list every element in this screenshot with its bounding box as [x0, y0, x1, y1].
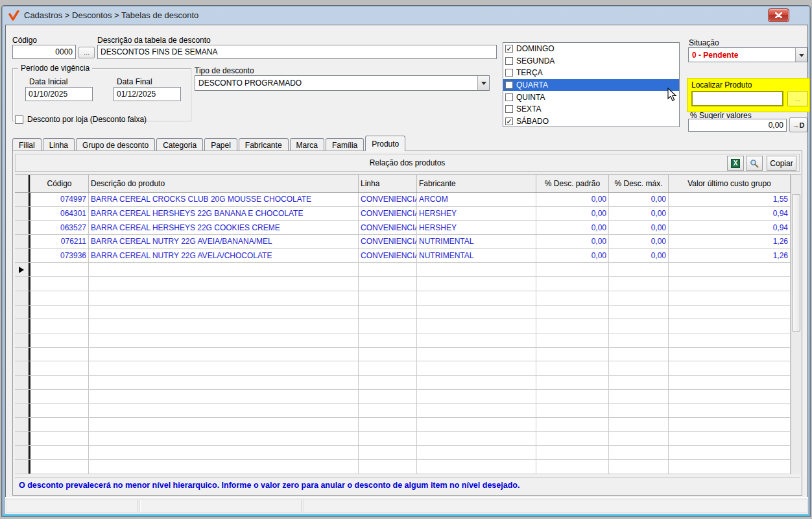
- tab-linha[interactable]: Linha: [43, 138, 75, 151]
- cell-fabricante[interactable]: NUTRIMENTAL: [417, 235, 536, 248]
- scrollbar-thumb[interactable]: [792, 194, 800, 332]
- apply-values-button[interactable]: →D: [789, 117, 807, 132]
- tab-família[interactable]: Família: [326, 138, 364, 151]
- grid-row-12[interactable]: [15, 348, 791, 362]
- cell-desc-padrao[interactable]: [536, 390, 609, 404]
- cell-descricao[interactable]: BARRA CEREAL NUTRY 22G AVEIA/BANANA/MEL: [89, 235, 359, 248]
- cell-desc-padrao[interactable]: [536, 432, 609, 446]
- cell-codigo[interactable]: [30, 277, 89, 291]
- desconto-por-loja-box[interactable]: [15, 115, 23, 124]
- localizar-produto-browse-button[interactable]: ...: [787, 91, 808, 106]
- cell-fabricante[interactable]: [417, 319, 536, 333]
- weekday-option-segunda[interactable]: SEGUNDA: [503, 55, 679, 67]
- col-header-linha[interactable]: Linha: [359, 175, 417, 192]
- data-final-input[interactable]: 01/12/2025: [113, 87, 181, 101]
- cell-descricao[interactable]: [89, 390, 359, 404]
- cell-fabricante[interactable]: [417, 348, 536, 361]
- cell-descricao[interactable]: [89, 291, 359, 305]
- weekday-checkbox[interactable]: [505, 57, 513, 65]
- weekday-option-quinta[interactable]: QUINTA: [503, 91, 679, 103]
- cell-descricao[interactable]: BARRA CEREAL HERSHEYS 22G BANANA E CHOCO…: [89, 207, 359, 221]
- grid-row-13[interactable]: [15, 361, 791, 376]
- cell-descricao[interactable]: [89, 348, 359, 361]
- cell-fabricante[interactable]: [417, 460, 536, 474]
- cell-fabricante[interactable]: HERSHEY: [417, 207, 536, 221]
- cell-linha[interactable]: [359, 404, 417, 417]
- cell-linha[interactable]: [359, 291, 417, 305]
- cell-fabricante[interactable]: NUTRIMENTAL: [417, 249, 536, 263]
- weekday-checkbox[interactable]: [505, 69, 513, 77]
- cell-linha[interactable]: [359, 361, 417, 375]
- cell-valor[interactable]: 1,26: [669, 235, 791, 248]
- weekday-checkbox[interactable]: ✓: [505, 117, 513, 125]
- descricao-input[interactable]: DESCONTOS FINS DE SEMANA: [97, 45, 497, 59]
- cell-valor[interactable]: [669, 446, 791, 459]
- cell-codigo[interactable]: [30, 390, 89, 404]
- cell-fabricante[interactable]: [417, 376, 536, 389]
- cell-desc-max[interactable]: [609, 263, 669, 276]
- col-header-valor[interactable]: Valor último custo grupo: [669, 175, 791, 192]
- cell-valor[interactable]: 1,26: [669, 249, 791, 263]
- cell-desc-max[interactable]: [609, 291, 669, 305]
- cell-codigo[interactable]: [30, 376, 89, 389]
- grid-row-3[interactable]: 063527BARRA CEREAL HERSHEYS 22G COOKIES …: [15, 221, 791, 235]
- weekday-listbox[interactable]: ✓ DOMINGO SEGUNDA TERÇA QUARTA QUINTA SE…: [503, 42, 680, 127]
- grid-row-19[interactable]: [15, 446, 791, 460]
- cell-valor[interactable]: [669, 361, 791, 375]
- grid-row-11[interactable]: [15, 333, 791, 348]
- cell-descricao[interactable]: BARRA CEREAL CROCKS CLUB 20G MOUSSE CHOC…: [89, 193, 359, 206]
- col-header-descricao[interactable]: Descrição do produto: [89, 175, 359, 192]
- cell-desc-max[interactable]: [609, 319, 669, 333]
- cell-codigo[interactable]: [30, 404, 89, 417]
- tab-categoria[interactable]: Categoria: [156, 138, 203, 151]
- cell-valor[interactable]: 0,94: [669, 207, 791, 221]
- cell-fabricante[interactable]: [417, 418, 536, 431]
- col-header-desc-padrao[interactable]: % Desc. padrão: [536, 175, 609, 192]
- cell-linha[interactable]: [359, 306, 417, 319]
- cell-valor[interactable]: [669, 404, 791, 417]
- cell-desc-padrao[interactable]: [536, 333, 609, 347]
- cell-desc-padrao[interactable]: [536, 446, 609, 459]
- cell-codigo[interactable]: 073936: [30, 249, 89, 263]
- cell-codigo[interactable]: [30, 361, 89, 375]
- tab-produto[interactable]: Produto: [365, 136, 405, 151]
- cell-valor[interactable]: [669, 333, 791, 347]
- cell-linha[interactable]: [359, 418, 417, 431]
- data-inicial-input[interactable]: 01/10/2025: [25, 87, 93, 101]
- close-button[interactable]: [768, 8, 789, 22]
- cell-descricao[interactable]: [89, 432, 359, 446]
- tab-fabricante[interactable]: Fabricante: [239, 138, 289, 151]
- cell-linha[interactable]: [359, 319, 417, 333]
- cell-codigo[interactable]: [30, 263, 89, 276]
- cell-valor[interactable]: [669, 432, 791, 446]
- cell-fabricante[interactable]: [417, 306, 536, 319]
- cell-valor[interactable]: [669, 291, 791, 305]
- grid-row-8[interactable]: [15, 291, 791, 306]
- cell-descricao[interactable]: [89, 319, 359, 333]
- weekday-option-quarta[interactable]: QUARTA: [503, 79, 679, 91]
- weekday-option-sexta[interactable]: SEXTA: [503, 103, 679, 115]
- cell-desc-max[interactable]: [609, 361, 669, 375]
- cell-desc-padrao[interactable]: [536, 361, 609, 375]
- cell-descricao[interactable]: [89, 460, 359, 474]
- col-header-desc-max[interactable]: % Desc. máx.: [609, 175, 669, 192]
- cell-valor[interactable]: [669, 390, 791, 404]
- weekday-checkbox[interactable]: [505, 105, 513, 113]
- cell-desc-max[interactable]: 0,00: [609, 207, 669, 221]
- tab-grupo-de-desconto[interactable]: Grupo de desconto: [76, 138, 155, 151]
- grid-row-1[interactable]: 074997BARRA CEREAL CROCKS CLUB 20G MOUSS…: [15, 193, 791, 207]
- cell-descricao[interactable]: [89, 277, 359, 291]
- cell-desc-padrao[interactable]: [536, 376, 609, 389]
- weekday-option-sábado[interactable]: ✓ SÁBADO: [503, 115, 679, 127]
- desconto-por-loja-checkbox[interactable]: Desconto por loja (Desconto faixa): [15, 115, 147, 124]
- cell-desc-padrao[interactable]: [536, 418, 609, 431]
- cell-codigo[interactable]: [30, 432, 89, 446]
- situacao-dropdown-icon[interactable]: [795, 48, 807, 62]
- situacao-combobox[interactable]: 0 - Pendente: [688, 47, 807, 62]
- cell-desc-max[interactable]: [609, 348, 669, 361]
- cell-linha[interactable]: [359, 446, 417, 459]
- cell-valor[interactable]: [669, 460, 791, 474]
- grid-row-2[interactable]: 064301BARRA CEREAL HERSHEYS 22G BANANA E…: [15, 207, 791, 221]
- vertical-scrollbar[interactable]: [791, 175, 801, 474]
- cell-desc-padrao[interactable]: 0,00: [536, 249, 609, 263]
